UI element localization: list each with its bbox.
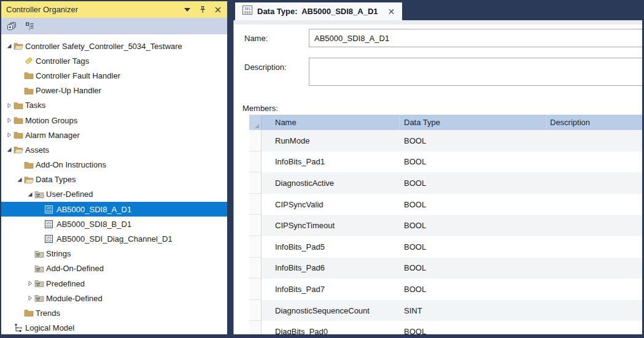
cell-name[interactable]: InfoBits_Pad6: [262, 258, 400, 279]
tab-data-type[interactable]: 101 010 Data Type: AB5000_SDI8_A_D1 ✕: [235, 2, 402, 20]
row-selector[interactable]: [249, 278, 262, 300]
tree-item-strings[interactable]: Strings: [1, 247, 227, 261]
tree-expanded-arrow-icon[interactable]: [26, 191, 34, 198]
chevron-down-icon[interactable]: [184, 8, 190, 12]
new-component-icon[interactable]: [24, 21, 35, 31]
tree-item-tasks[interactable]: Tasks: [1, 98, 227, 113]
name-input[interactable]: [309, 29, 642, 47]
svg-text:010: 010: [244, 10, 250, 14]
cell-description[interactable]: [547, 236, 642, 258]
type-folder-icon: [34, 264, 46, 274]
panel-splitter[interactable]: [227, 1, 233, 334]
cell-data-type[interactable]: BOOL: [400, 321, 547, 334]
cell-description[interactable]: [547, 215, 642, 236]
tree-collapsed-arrow-icon[interactable]: [5, 102, 14, 109]
row-selector[interactable]: [249, 258, 262, 279]
panel-header: Controller Organizer: [1, 1, 227, 18]
cell-description[interactable]: [547, 172, 642, 194]
tree-item-ab5000-sdi-diag-channel-d1[interactable]: 101010AB5000_SDI_Diag_Channel_D1: [1, 231, 227, 246]
cell-name[interactable]: InfoBits_Pad5: [262, 236, 400, 258]
tree-expanded-arrow-icon[interactable]: [15, 177, 24, 183]
tree-item-label: Add-On-Defined: [46, 264, 104, 273]
tree-item-controller-tags[interactable]: Controller Tags: [1, 53, 227, 68]
tree-expanded-arrow-icon[interactable]: [5, 147, 14, 153]
column-header-data-type[interactable]: Data Type: [400, 115, 547, 130]
cell-data-type[interactable]: BOOL: [400, 130, 547, 152]
tree-item-controller-safety-controller-5034-testware[interactable]: Controller Safety_Controller_5034_Testwa…: [1, 39, 227, 53]
cell-description[interactable]: [547, 258, 642, 279]
cell-description[interactable]: [547, 278, 642, 300]
pin-icon[interactable]: [199, 6, 206, 13]
type-folder-icon: [34, 278, 46, 288]
grid-select-all-corner[interactable]: [249, 115, 262, 130]
tree-item-label: Add-On Instructions: [36, 160, 106, 169]
tree-item-controller-fault-handler[interactable]: Controller Fault Handler: [1, 68, 227, 83]
tree-item-add-on-instructions[interactable]: Add-On Instructions: [1, 158, 227, 172]
tree-item-module-defined[interactable]: Module-Defined: [1, 291, 227, 305]
cell-description[interactable]: [547, 130, 642, 152]
content-top-strip: [234, 20, 642, 25]
folder-icon: [14, 115, 25, 125]
tree-item-alarm-manager[interactable]: Alarm Manager: [1, 128, 227, 142]
row-selector[interactable]: [249, 321, 262, 334]
folder-icon: [14, 130, 25, 140]
cell-data-type[interactable]: SINT: [400, 300, 547, 321]
row-selector[interactable]: [249, 130, 262, 152]
cell-data-type[interactable]: BOOL: [400, 194, 547, 215]
collapse-all-icon[interactable]: [6, 21, 17, 31]
cell-description[interactable]: [547, 152, 642, 173]
close-icon[interactable]: [215, 7, 221, 13]
row-selector[interactable]: [249, 194, 262, 215]
column-header-name[interactable]: Name: [262, 115, 400, 130]
cell-data-type[interactable]: BOOL: [400, 152, 547, 173]
tree-item-ab5000-sdi8-b-d1[interactable]: 101010AB5000_SDI8_B_D1: [1, 217, 227, 231]
row-selector[interactable]: [249, 300, 262, 321]
row-selector[interactable]: [249, 236, 262, 258]
cell-name[interactable]: DiagBits_Pad0: [262, 321, 400, 334]
tree-item-data-types[interactable]: Data Types: [1, 172, 227, 187]
tree-collapsed-arrow-icon[interactable]: [5, 117, 14, 123]
tree-expanded-arrow-icon[interactable]: [5, 43, 14, 49]
description-input[interactable]: [309, 58, 642, 86]
cell-name[interactable]: DiagnosticActive: [262, 172, 400, 194]
row-selector[interactable]: [249, 215, 262, 236]
tree-item-user-defined[interactable]: User-Defined: [1, 187, 227, 202]
tree-collapsed-arrow-icon[interactable]: [26, 280, 34, 286]
type-folder-icon: [34, 190, 46, 199]
cell-data-type[interactable]: BOOL: [400, 278, 547, 300]
cell-name[interactable]: InfoBits_Pad1: [262, 152, 400, 173]
tree-item-label: AB5000_SDI8_A_D1: [56, 205, 131, 214]
row-selector[interactable]: [249, 152, 262, 173]
cell-name[interactable]: RunMode: [262, 130, 400, 152]
tree-item-trends[interactable]: Trends: [1, 305, 227, 320]
row-selector[interactable]: [249, 172, 262, 194]
tree-item-motion-groups[interactable]: Motion Groups: [1, 113, 227, 128]
tab-close-icon[interactable]: ✕: [388, 7, 395, 16]
datatype-icon: 101010: [45, 220, 56, 228]
tree-item-logical-model[interactable]: Logical Model: [1, 321, 227, 334]
folder-icon: [14, 101, 25, 110]
cell-description[interactable]: [547, 194, 642, 215]
tree-collapsed-arrow-icon[interactable]: [5, 132, 14, 138]
logical-model-icon: [14, 323, 25, 333]
tree-item-assets[interactable]: Assets: [1, 142, 227, 157]
tree-item-ab5000-sdi8-a-d1[interactable]: 101010AB5000_SDI8_A_D1: [1, 202, 227, 217]
tree-item-add-on-defined[interactable]: Add-On-Defined: [1, 261, 227, 276]
column-header-description[interactable]: Description: [547, 115, 642, 130]
cell-name[interactable]: CIPSyncValid: [262, 194, 400, 215]
table-row-cipsyncvalid: CIPSyncValidBOOL: [249, 194, 642, 215]
cell-name[interactable]: DiagnosticSequenceCount: [262, 300, 400, 321]
tree-item-label: Trends: [36, 309, 60, 318]
cell-name[interactable]: InfoBits_Pad7: [262, 278, 400, 300]
tree-item-predefined[interactable]: Predefined: [1, 276, 227, 291]
cell-description[interactable]: [547, 300, 642, 321]
tree-collapsed-arrow-icon[interactable]: [26, 295, 34, 301]
tree-item-power-up-handler[interactable]: Power-Up Handler: [1, 83, 227, 98]
svg-text:010: 010: [46, 209, 52, 213]
cell-data-type[interactable]: BOOL: [400, 258, 547, 279]
cell-data-type[interactable]: BOOL: [400, 172, 547, 194]
cell-name[interactable]: CIPSyncTimeout: [262, 215, 400, 236]
cell-data-type[interactable]: BOOL: [400, 215, 547, 236]
cell-data-type[interactable]: BOOL: [400, 236, 547, 258]
cell-description[interactable]: [547, 321, 642, 334]
